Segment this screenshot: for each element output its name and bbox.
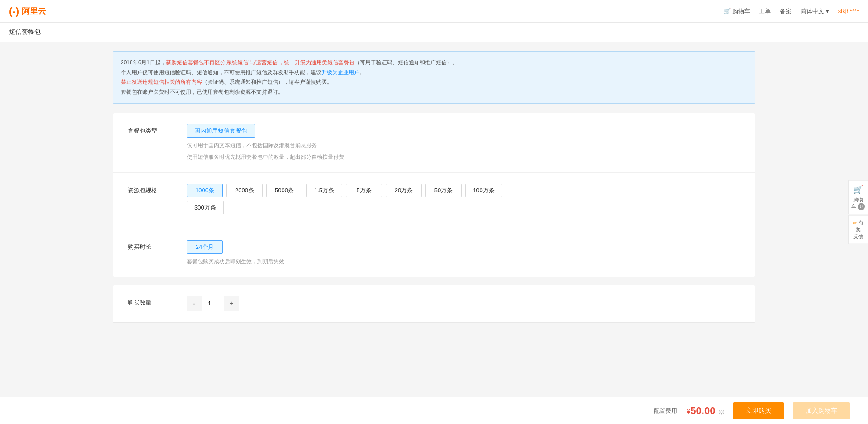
- package-type-content: 国内通用短信套餐包 仅可用于国内文本短信，不包括国际及港澳台消息服务 使用短信服…: [187, 124, 740, 161]
- notice-line3: 禁止发送违规短信相关的所有内容（验证码、系统通知和推广短信），请客户谨慎购买。: [121, 77, 747, 87]
- page-title-bar: 短信套餐包: [0, 23, 868, 42]
- buy-now-button[interactable]: 立即购买: [733, 402, 784, 419]
- notice-highlight1: 新购短信套餐包不再区分'系统短信'与'运营短信'，统一升级为通用类短信套餐包: [166, 59, 354, 66]
- config-card: 套餐包类型 国内通用短信套餐包 仅可用于国内文本短信，不包括国际及港澳台消息服务…: [113, 113, 755, 277]
- resource-spec-section: 资源包规格 1000条 2000条 5000条 1.5万条 5万条 20万条 5…: [113, 173, 755, 229]
- lang-arrow-icon: ▾: [826, 8, 829, 14]
- notice-highlight2: 禁止发送违规短信相关的所有内容: [121, 79, 202, 85]
- quantity-input[interactable]: [202, 296, 224, 311]
- main-content: 2018年6月1日起，新购短信套餐包不再区分'系统短信'与'运营短信'，统一升级…: [104, 51, 764, 323]
- lang-label: 简体中文: [801, 7, 824, 15]
- resource-spec-row1: 1000条 2000条 5000条 1.5万条 5万条 20万条 50万条 10…: [187, 184, 740, 197]
- header: (-) 阿里云 🛒 购物车 工单 备案 简体中文 ▾ slkjh****: [0, 0, 868, 23]
- config-fee-label: 配置费用: [654, 407, 677, 415]
- float-cart-icon: 🛒: [850, 184, 866, 195]
- duration-24m-btn[interactable]: 24个月: [187, 240, 223, 254]
- orders-nav-item[interactable]: 工单: [759, 7, 771, 15]
- spec-5000-btn[interactable]: 5000条: [266, 184, 302, 197]
- quantity-card: 购买数量 - +: [113, 285, 755, 323]
- right-float-panel: 🛒 购物车 0 ✏ 有奖反馈: [848, 180, 868, 244]
- price-value: 50.00: [690, 405, 715, 416]
- duration-options: 24个月: [187, 240, 740, 254]
- package-type-section: 套餐包类型 国内通用短信套餐包 仅可用于国内文本短信，不包括国际及港澳台消息服务…: [113, 113, 755, 172]
- page-title: 短信套餐包: [9, 28, 41, 35]
- price-currency: ¥: [686, 408, 690, 415]
- cart-nav-item[interactable]: 🛒 购物车: [723, 7, 750, 15]
- duration-section: 购买时长 24个月 套餐包购买成功后即刻生效，到期后失效: [113, 229, 755, 277]
- package-type-domestic-btn[interactable]: 国内通用短信套餐包: [187, 124, 255, 138]
- float-cart-btn[interactable]: 🛒 购物车 0: [848, 180, 868, 214]
- quantity-stepper: - +: [187, 296, 239, 311]
- user-label: slkjh****: [838, 8, 859, 14]
- orders-nav-label: 工单: [759, 7, 771, 15]
- quantity-content: - +: [187, 296, 740, 311]
- quantity-plus-btn[interactable]: +: [224, 296, 239, 311]
- cart-nav-label: 购物车: [732, 7, 750, 15]
- spec-15000-btn[interactable]: 1.5万条: [306, 184, 342, 197]
- user-account[interactable]: slkjh****: [838, 8, 859, 14]
- spec-50000-btn[interactable]: 5万条: [346, 184, 382, 197]
- resource-spec-content: 1000条 2000条 5000条 1.5万条 5万条 20万条 50万条 10…: [187, 184, 740, 218]
- price-display: ¥50.00 ⓪: [686, 405, 724, 417]
- duration-hint: 套餐包购买成功后即刻生效，到期后失效: [187, 257, 740, 266]
- spec-1000-btn[interactable]: 1000条: [187, 184, 223, 197]
- resource-spec-label: 资源包规格: [128, 184, 169, 195]
- package-type-label: 套餐包类型: [128, 124, 169, 135]
- duration-content: 24个月 套餐包购买成功后即刻生效，到期后失效: [187, 240, 740, 266]
- logo[interactable]: (-) 阿里云: [9, 5, 46, 17]
- spec-200000-btn[interactable]: 20万条: [386, 184, 422, 197]
- cart-nav-icon: 🛒: [723, 8, 731, 14]
- notice-line2: 个人用户仅可使用短信验证码、短信通知，不可使用推广短信及群发助手功能，建议升级为…: [121, 68, 747, 78]
- package-type-hint1: 仅可用于国内文本短信，不包括国际及港澳台消息服务: [187, 141, 740, 150]
- package-type-hint2: 使用短信服务时优先抵用套餐包中的数量，超出部分自动按量付费: [187, 153, 740, 162]
- upgrade-link[interactable]: 升级为企业用户: [321, 69, 359, 76]
- quantity-label: 购买数量: [128, 296, 169, 307]
- price-help-icon[interactable]: ⓪: [719, 409, 724, 415]
- notice-line1: 2018年6月1日起，新购短信套餐包不再区分'系统短信'与'运营短信'，统一升级…: [121, 58, 747, 68]
- notice-line4: 套餐包在账户欠费时不可使用，已使用套餐包剩余资源不支持退订。: [121, 87, 747, 97]
- header-nav: 🛒 购物车 工单 备案 简体中文 ▾ slkjh****: [723, 7, 859, 15]
- logo-text: 阿里云: [22, 6, 46, 17]
- backup-nav-item[interactable]: 备案: [780, 7, 792, 15]
- notice-box: 2018年6月1日起，新购短信套餐包不再区分'系统短信'与'运营短信'，统一升级…: [113, 51, 755, 104]
- spec-500000-btn[interactable]: 50万条: [425, 184, 462, 197]
- quantity-section: 购买数量 - +: [113, 285, 755, 322]
- lang-selector[interactable]: 简体中文 ▾: [801, 7, 829, 15]
- float-feedback-btn[interactable]: ✏ 有奖反馈: [848, 215, 868, 244]
- logo-icon: (-): [9, 5, 19, 17]
- spec-1000000-btn[interactable]: 100万条: [465, 184, 502, 197]
- bottom-bar: 配置费用 ¥50.00 ⓪ 立即购买 加入购物车: [0, 397, 868, 424]
- package-type-options: 国内通用短信套餐包: [187, 124, 740, 138]
- float-cart-count: 0: [858, 203, 865, 210]
- float-feedback-icon: ✏: [853, 220, 857, 225]
- resource-spec-row2: 300万条: [187, 201, 740, 214]
- spec-3000000-btn[interactable]: 300万条: [187, 201, 224, 214]
- backup-nav-label: 备案: [780, 7, 792, 15]
- spec-2000-btn[interactable]: 2000条: [226, 184, 263, 197]
- quantity-minus-btn[interactable]: -: [187, 296, 202, 311]
- add-cart-button[interactable]: 加入购物车: [793, 402, 850, 419]
- duration-label: 购买时长: [128, 240, 169, 251]
